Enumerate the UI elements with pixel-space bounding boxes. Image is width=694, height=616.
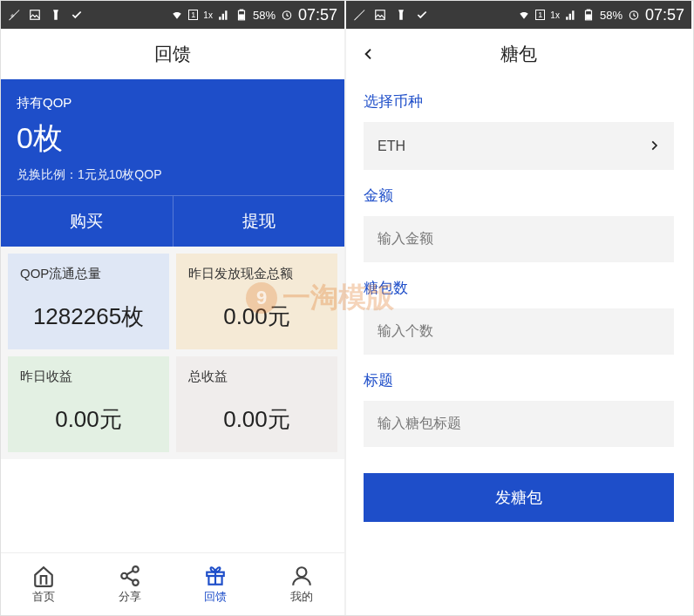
page-header: 回馈	[1, 29, 344, 79]
share-icon	[119, 565, 141, 587]
signal-icon	[565, 9, 577, 21]
action-row: 购买 提现	[1, 195, 344, 247]
alarm-icon	[281, 9, 293, 21]
coin-selector[interactable]: ETH	[364, 122, 674, 170]
battery-pct: 58%	[600, 9, 623, 22]
submit-button[interactable]: 发糖包	[364, 473, 674, 522]
amount-input[interactable]: 输入金额	[364, 216, 674, 262]
network-label: 1x	[203, 10, 213, 20]
count-input[interactable]: 输入个数	[364, 308, 674, 355]
buy-button[interactable]: 购买	[1, 195, 173, 247]
stat-value: 0.00元	[20, 404, 157, 435]
svg-point-10	[296, 567, 306, 577]
stats-grid: QOP流通总量 1282265枚 昨日发放现金总额 0.00元 昨日收益 0.0…	[1, 247, 344, 459]
sim1-icon: 1	[188, 10, 198, 20]
network-label: 1x	[550, 10, 560, 20]
home-icon	[32, 565, 55, 587]
stat-value: 0.00元	[188, 301, 325, 332]
label-title: 标题	[364, 370, 674, 390]
clock-time: 07:57	[298, 6, 337, 24]
nav-feedback[interactable]: 回馈	[173, 553, 259, 615]
stat-circulation: QOP流通总量 1282265枚	[8, 254, 169, 349]
gift-icon	[204, 565, 227, 587]
wifi-icon	[518, 9, 530, 21]
chevron-right-icon	[648, 136, 660, 156]
title-input[interactable]: 输入糖包标题	[364, 401, 674, 447]
battery-icon	[582, 9, 595, 21]
svg-rect-14	[587, 15, 591, 19]
page-title: 糖包	[500, 42, 537, 66]
svg-point-7	[133, 579, 139, 586]
battery-pct: 58%	[253, 9, 276, 22]
page-header: 糖包	[346, 29, 691, 79]
nav-label: 我的	[290, 589, 313, 605]
flashlight-icon	[395, 9, 407, 21]
stat-label: QOP流通总量	[20, 266, 157, 282]
svg-point-5	[133, 566, 139, 572]
stat-value: 0.00元	[188, 404, 325, 435]
nav-mine[interactable]: 我的	[259, 553, 345, 615]
svg-point-6	[121, 572, 127, 579]
stat-value: 1282265枚	[20, 301, 157, 332]
label-count: 糖包数	[364, 278, 674, 298]
picture-icon	[29, 9, 41, 21]
battery-icon	[235, 9, 248, 21]
svg-rect-13	[587, 10, 590, 10]
exchange-rate: 兑换比例：1元兑10枚QOP	[17, 167, 329, 183]
clock-time: 07:57	[645, 6, 684, 24]
nav-label: 分享	[119, 589, 141, 605]
signal-off-icon	[8, 9, 20, 21]
stat-yesterday-gain: 昨日收益 0.00元	[8, 356, 169, 452]
alarm-icon	[628, 9, 640, 21]
amount-placeholder: 输入金额	[378, 230, 433, 248]
svg-rect-2	[240, 10, 243, 10]
back-button[interactable]	[362, 42, 376, 66]
sim1-icon: 1	[535, 10, 545, 20]
balance-value: 0枚	[17, 118, 329, 159]
label-coin: 选择币种	[364, 91, 674, 112]
nav-home[interactable]: 首页	[1, 553, 87, 615]
flashlight-icon	[50, 9, 62, 21]
coin-selected-value: ETH	[378, 139, 405, 154]
title-placeholder: 输入糖包标题	[378, 415, 461, 433]
stat-label: 昨日发放现金总额	[188, 266, 325, 282]
check-icon	[416, 9, 428, 21]
status-bar: 1 1x 58% 07:57	[346, 1, 691, 29]
svg-rect-0	[31, 10, 40, 20]
label-amount: 金额	[364, 186, 674, 206]
balance-label: 持有QOP	[17, 95, 329, 112]
picture-icon	[374, 9, 386, 21]
svg-rect-3	[240, 15, 244, 19]
stat-yesterday-cash: 昨日发放现金总额 0.00元	[176, 254, 337, 349]
svg-rect-11	[376, 10, 385, 20]
page-title: 回馈	[154, 42, 191, 66]
bottom-nav: 首页 分享 回馈 我的	[1, 552, 344, 615]
check-icon	[71, 9, 83, 21]
user-icon	[290, 565, 313, 587]
count-placeholder: 输入个数	[378, 322, 433, 341]
signal-icon	[218, 9, 230, 21]
stat-label: 昨日收益	[20, 369, 157, 385]
stat-total-gain: 总收益 0.00元	[176, 356, 337, 452]
balance-card: 持有QOP 0枚 兑换比例：1元兑10枚QOP	[1, 79, 344, 195]
signal-off-icon	[353, 9, 365, 21]
wifi-icon	[171, 9, 183, 21]
stat-label: 总收益	[188, 369, 325, 385]
nav-label: 首页	[32, 589, 55, 605]
nav-share[interactable]: 分享	[87, 553, 174, 615]
status-bar: 1 1x 58% 07:57	[1, 1, 344, 29]
nav-label: 回馈	[204, 589, 227, 605]
withdraw-button[interactable]: 提现	[173, 195, 345, 247]
